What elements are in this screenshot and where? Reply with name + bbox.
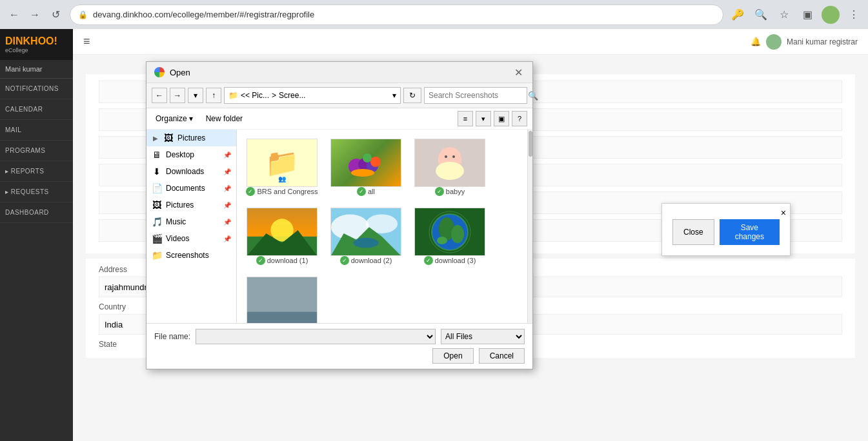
breadcrumb-prefix: << Pic...	[241, 91, 269, 100]
hamburger-icon[interactable]: ≡	[83, 35, 90, 48]
sidebar-item-mail[interactable]: MAIL	[0, 120, 73, 141]
sidebar-item-dashboard[interactable]: Dashboard	[0, 202, 73, 223]
sidebar-item-requests[interactable]: ▸ REQUESTS	[0, 182, 73, 202]
expand-arrow: ▶	[152, 134, 159, 142]
thumb-download3	[414, 208, 485, 256]
sidebar-logo: DINKHOO! eCollege	[0, 29, 73, 60]
status-check-all: ✓	[357, 187, 366, 196]
browser-chrome: ← → ↺ 🔒 devang.dinkhoo.com/ecollege/memb…	[0, 0, 868, 29]
dialog-title-text: Open	[170, 68, 190, 77]
dialog-refresh-btn[interactable]: ↻	[403, 88, 421, 103]
organize-button[interactable]: Organize ▾	[152, 113, 197, 124]
left-item-pictures[interactable]: 🖼 Pictures 📌	[146, 197, 236, 213]
menu-btn[interactable]: ⋮	[845, 6, 863, 24]
save-dialog-close[interactable]: ×	[781, 208, 786, 218]
search-btn[interactable]: 🔍	[752, 6, 770, 24]
sidebar-item-programs[interactable]: PROGRAMS	[0, 141, 73, 161]
view-preview-btn[interactable]: ▣	[494, 111, 509, 126]
sidebar-user: Mani kumar	[0, 60, 73, 79]
svg-point-3	[370, 157, 381, 167]
filename-input[interactable]	[196, 329, 436, 344]
expand-icon-2: ▸	[5, 188, 11, 195]
dialog-close-button[interactable]: ✕	[512, 66, 525, 79]
breadcrumb-dropdown[interactable]: ▾	[392, 91, 396, 100]
folder-thumb-brs: 📁 👥	[247, 139, 318, 187]
user-avatar[interactable]	[822, 6, 840, 24]
close-button[interactable]: Close	[672, 219, 714, 245]
sidebar-item-calendar[interactable]: CALENDAR	[0, 99, 73, 120]
search-input[interactable]	[429, 91, 525, 100]
sidebar-item-reports[interactable]: ▸ REPORTS	[0, 161, 73, 182]
file-item-brs[interactable]: 📁 👥 ✓ BRS and Congress	[243, 136, 321, 199]
left-item-downloads[interactable]: ⬇ Downloads 📌	[146, 163, 236, 180]
key-icon-btn[interactable]: 🔑	[729, 6, 747, 24]
file-item-download1[interactable]: ✓ download (1)	[243, 205, 321, 268]
sidebar-item-notifications[interactable]: NOTIFICATIONS	[0, 79, 73, 99]
thumb-babyy	[414, 139, 485, 187]
svg-point-10	[452, 155, 455, 158]
star-btn[interactable]: ☆	[775, 6, 793, 24]
screenshots-icon: 📁	[152, 250, 162, 260]
open-button[interactable]: Open	[432, 348, 473, 364]
left-item-music[interactable]: 🎵 Music 📌	[146, 213, 236, 230]
new-folder-button[interactable]: New folder	[202, 113, 247, 124]
left-item-pictures-expand[interactable]: ▶ 🖼 Pictures	[146, 130, 236, 146]
dialog-forward-btn[interactable]: →	[170, 88, 185, 103]
expand-icon: ▸	[5, 168, 11, 175]
file-item-extra[interactable]	[243, 274, 321, 323]
reload-button[interactable]: ↺	[46, 6, 65, 24]
svg-point-5	[351, 169, 374, 177]
extra-svg	[247, 277, 317, 323]
forward-button[interactable]: →	[26, 6, 44, 24]
status-check-dl2: ✓	[340, 256, 349, 265]
left-item-screenshots[interactable]: 📁 Screenshots	[146, 247, 236, 264]
hills-svg	[331, 208, 401, 256]
file-item-all[interactable]: ✓ all	[327, 136, 405, 199]
split-btn[interactable]: ▣	[798, 6, 816, 24]
dialog-nav: ← → ▾ ↑ 📁 << Pic... > Scree... ▾ ↻ 🔍	[146, 83, 532, 108]
left-item-videos[interactable]: 🎬 Videos 📌	[146, 230, 236, 247]
thumb-extra	[247, 277, 318, 323]
view-list-btn[interactable]: ≡	[458, 111, 473, 126]
address-bar[interactable]: 🔒 devang.dinkhoo.com/ecollege/member/#/r…	[70, 5, 723, 25]
breadcrumb-bar[interactable]: 📁 << Pic... > Scree... ▾	[224, 87, 401, 104]
left-item-desktop[interactable]: 🖥 Desktop 📌	[146, 146, 236, 163]
scroll-bar[interactable]	[527, 130, 532, 323]
left-item-documents[interactable]: 📄 Documents 📌	[146, 180, 236, 197]
dialog-right-panel: 📁 👥 ✓ BRS and Congress	[237, 130, 532, 323]
pin-icon-music: 📌	[223, 219, 231, 226]
file-name-download2: download (2)	[351, 257, 392, 264]
dialog-down-btn[interactable]: ▾	[188, 88, 203, 103]
dialog-body: ▶ 🖼 Pictures 🖥 Desktop 📌 ⬇ Downloads 📌	[146, 130, 532, 323]
svg-point-22	[451, 225, 464, 243]
thumb-download1	[247, 208, 318, 256]
file-item-download3[interactable]: ✓ download (3)	[411, 205, 489, 268]
view-dropdown-btn[interactable]: ▾	[476, 111, 491, 126]
file-item-download2[interactable]: ✓ download (2)	[327, 205, 405, 268]
save-dialog: × Close Save changes	[661, 203, 791, 256]
file-item-babyy[interactable]: ✓ babyy	[411, 136, 489, 199]
file-status-all: ✓ all	[357, 187, 375, 196]
search-icon: 🔍	[528, 91, 538, 101]
dialog-back-btn[interactable]: ←	[152, 88, 167, 103]
avatar-small	[766, 34, 782, 50]
topbar-right: 🔔 Mani kumar registrar	[751, 34, 858, 50]
help-btn[interactable]: ?	[512, 111, 527, 126]
pictures-icon: 🖼	[152, 200, 162, 210]
back-button[interactable]: ←	[5, 6, 23, 24]
breadcrumb-folder-icon: 📁	[228, 91, 238, 100]
file-name-all: all	[368, 188, 375, 195]
cancel-button[interactable]: Cancel	[479, 348, 525, 364]
dialog-up-btn[interactable]: ↑	[206, 88, 221, 103]
nav-buttons: ← → ↺	[5, 6, 65, 24]
left-item-label-pictures: Pictures	[177, 133, 205, 142]
svg-point-19	[353, 238, 378, 248]
dialog-title-bar: Open ✕	[146, 62, 532, 83]
status-check-babyy: ✓	[435, 187, 444, 196]
save-changes-button[interactable]: Save changes	[720, 219, 780, 245]
dialog-left-panel: ▶ 🖼 Pictures 🖥 Desktop 📌 ⬇ Downloads 📌	[146, 130, 237, 323]
documents-icon: 📄	[152, 183, 162, 193]
filetype-select[interactable]: All Files	[441, 329, 525, 344]
browser-actions: 🔑 🔍 ☆ ▣ ⋮	[729, 6, 863, 24]
breadcrumb-sep: >	[272, 91, 276, 100]
